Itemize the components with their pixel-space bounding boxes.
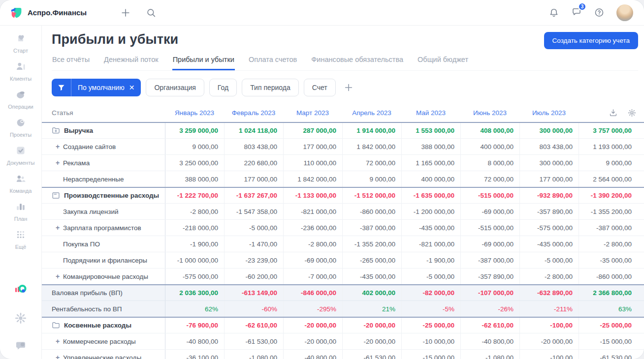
- cell-value: -20 000,00: [283, 333, 342, 349]
- sidebar-item-clients[interactable]: Клиенты: [10, 60, 32, 82]
- aspro-logo-icon[interactable]: [13, 282, 28, 297]
- help-icon[interactable]: [594, 7, 605, 18]
- cell-value: -69 000,00: [283, 252, 342, 268]
- sidebar-item-label: Ещё: [15, 244, 27, 250]
- tab-active[interactable]: Прибыли и убытки: [172, 54, 235, 70]
- cell-value: -932 890,00: [519, 188, 579, 203]
- sidebar-item-start[interactable]: Старт: [13, 32, 28, 54]
- clear-filter-icon[interactable]: ✕: [129, 84, 141, 91]
- filter-chip[interactable]: Год: [209, 79, 237, 96]
- sidebar-item-more[interactable]: Ещё: [14, 228, 27, 250]
- table-row: Рентабельность по ВП62%-60%-295%21%-5%-2…: [42, 300, 644, 317]
- row-trailing-spacer: [638, 139, 644, 154]
- team-icon: [14, 172, 27, 187]
- cell-value: 110 000,00: [283, 155, 342, 171]
- row-label: Выручка: [64, 127, 93, 134]
- table-row: +Создание сайтов9 000,00803 438,00177 00…: [42, 138, 644, 154]
- table-row[interactable]: Выручка3 259 000,001 024 118,00287 000,0…: [42, 122, 644, 138]
- expand-plus-icon[interactable]: +: [56, 143, 63, 150]
- row-trailing-spacer: [638, 155, 644, 171]
- cell-value: 2 036 300,00: [165, 285, 224, 300]
- cell-value: -20 000,00: [283, 318, 342, 333]
- expand-plus-icon[interactable]: +: [56, 159, 63, 166]
- cell-value: -10 000,00: [401, 333, 460, 349]
- expand-plus-icon[interactable]: +: [56, 224, 63, 231]
- sidebar-item-projects[interactable]: Проекты: [10, 116, 32, 138]
- folder-minus-icon[interactable]: [52, 191, 60, 200]
- column-header-article: Статья: [42, 104, 165, 122]
- messages-icon[interactable]: 3: [571, 6, 582, 19]
- cell-value: -100,00: [519, 318, 579, 333]
- sidebar-item-label: Проекты: [10, 132, 32, 138]
- row-label-cell: +Реклама: [42, 155, 165, 171]
- row-label: Зарплата программистов: [63, 224, 141, 232]
- column-header-month[interactable]: Июль 2023: [519, 104, 579, 122]
- tab-item[interactable]: Общий бюджет: [417, 54, 469, 70]
- column-header-month[interactable]: Апрель 2023: [342, 104, 401, 122]
- column-header-month[interactable]: Май 2023: [401, 104, 460, 122]
- main-content: Прибыли и убытки Создать категорию учета…: [42, 26, 644, 359]
- cell-value: -100,00: [519, 350, 579, 359]
- column-header-month[interactable]: Январь 2023: [165, 104, 224, 122]
- search-icon[interactable]: [146, 7, 157, 18]
- table-row: Валовая прибыль (ВП)2 036 300,00-613 149…: [42, 284, 644, 300]
- filter-bar: По умолчанию ✕ ОрганизацияГодТип периода…: [42, 71, 644, 104]
- folder-icon[interactable]: [52, 321, 60, 329]
- support-chat-icon[interactable]: [14, 339, 27, 352]
- clients-icon: [14, 60, 27, 75]
- tab-item[interactable]: Все отчёты: [52, 54, 90, 70]
- create-category-button[interactable]: Создать категорию учета: [544, 32, 638, 49]
- table-row[interactable]: Производственные расходы-1 222 700,00-1 …: [42, 187, 644, 203]
- documents-icon: [14, 144, 27, 159]
- start-icon: [14, 32, 27, 47]
- cell-value: -295%: [283, 301, 342, 317]
- filter-chip[interactable]: Тип периода: [242, 79, 299, 96]
- sidebar-item-documents[interactable]: Документы: [7, 144, 35, 166]
- sidebar-item-label: План: [14, 216, 28, 222]
- expand-plus-icon[interactable]: +: [56, 354, 63, 359]
- filter-chip[interactable]: Организация: [146, 79, 204, 96]
- table-settings-gear-icon[interactable]: [627, 108, 637, 118]
- cell-value: -61 530,00: [342, 350, 401, 359]
- table-row[interactable]: Косвенные расходы-76 900,00-62 610,00-20…: [42, 317, 644, 333]
- cell-value: 177 000,00: [283, 139, 342, 154]
- filter-funnel-icon[interactable]: [52, 79, 71, 96]
- tab-item[interactable]: Оплата счетов: [248, 54, 297, 70]
- row-label-cell: +Создание сайтов: [42, 139, 165, 154]
- sidebar-item-label: Клиенты: [10, 76, 32, 82]
- cell-value: -387 000,00: [460, 252, 519, 268]
- download-icon[interactable]: [609, 108, 618, 118]
- filter-chip[interactable]: Счет: [304, 79, 336, 96]
- tab-item[interactable]: Финансовые обязательства: [311, 54, 404, 70]
- cell-value: -7 000,00: [283, 269, 342, 284]
- folder-plus-icon[interactable]: [52, 126, 60, 135]
- column-header-month[interactable]: Июнь 2023: [460, 104, 519, 122]
- add-filter-icon[interactable]: [343, 82, 354, 93]
- expand-plus-icon[interactable]: +: [56, 338, 63, 345]
- cell-value: -218 000,00: [165, 220, 224, 236]
- brand[interactable]: Аспро.Финансы: [10, 6, 87, 19]
- cell-value: 3 259 000,00: [165, 123, 224, 138]
- cell-value: 1 842 000,00: [342, 139, 401, 154]
- sidebar-item-plan[interactable]: План: [14, 200, 28, 222]
- cell-value: 388 000,00: [165, 171, 224, 187]
- sidebar-item-team[interactable]: Команда: [10, 172, 32, 194]
- sidebar-item-operations[interactable]: Операции: [8, 88, 33, 110]
- cell-value: 2 564 000,00: [579, 171, 638, 187]
- cell-value: 803 438,00: [519, 139, 579, 154]
- row-label-cell: Производственные расходы: [42, 188, 165, 203]
- cell-value: 400 000,00: [401, 171, 460, 187]
- column-header-month[interactable]: Февраль 2023: [224, 104, 283, 122]
- notifications-bell-icon[interactable]: [548, 7, 559, 18]
- settings-gear-icon[interactable]: [14, 312, 27, 325]
- row-trailing-spacer: [638, 285, 644, 300]
- user-avatar[interactable]: [616, 4, 633, 21]
- active-filter-chip[interactable]: По умолчанию ✕: [52, 79, 141, 96]
- create-plus-icon[interactable]: [120, 7, 131, 18]
- cell-value: 177 000,00: [519, 171, 579, 187]
- column-header-month[interactable]: Март 2023: [283, 104, 342, 122]
- tab-item[interactable]: Денежный поток: [103, 54, 159, 70]
- cell-value: 72 000,00: [342, 155, 401, 171]
- expand-plus-icon[interactable]: +: [56, 273, 63, 280]
- app-window: Аспро.Финансы 3: [0, 0, 644, 359]
